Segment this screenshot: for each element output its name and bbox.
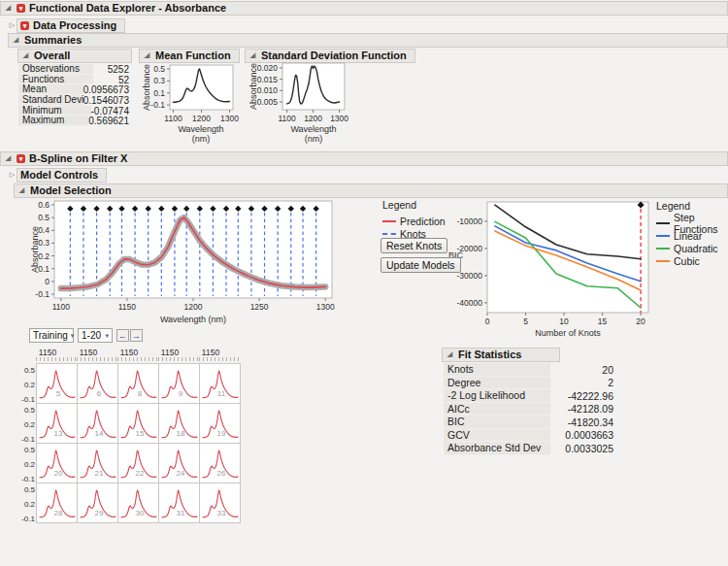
grid-row-tick-label: -0.1: [21, 395, 35, 404]
fit-stat-row: BIC-41820.34: [444, 416, 616, 429]
red-triangle-menu-icon[interactable]: ▾: [17, 154, 25, 163]
function-cell-8[interactable]: 8: [117, 363, 159, 404]
legend-swatch: [656, 222, 670, 224]
overall-stat-label: Maximum: [18, 116, 88, 126]
function-id-label: 31: [177, 509, 185, 517]
function-cell-15[interactable]: 15: [117, 403, 159, 444]
function-cell-31[interactable]: 31: [158, 483, 200, 523]
section-title: Summaries: [24, 34, 82, 46]
overall-stat-label: Minimum: [18, 106, 91, 117]
function-cell-33[interactable]: 33: [199, 483, 241, 523]
function-cell-19[interactable]: 19: [199, 403, 241, 444]
chevron-down-icon: ▾: [71, 332, 75, 340]
grid-row-tick-label: 0.2: [21, 381, 35, 389]
previous-page-button[interactable]: ←: [116, 329, 129, 342]
outline-header-bspline[interactable]: ◢ ▾ B-Spline on Filter X: [0, 151, 728, 166]
function-cell-5[interactable]: 5: [36, 363, 78, 404]
function-cell-14[interactable]: 14: [77, 403, 118, 444]
fit-stat-value: -42222.96: [550, 390, 616, 402]
next-page-button[interactable]: →: [130, 329, 143, 342]
red-triangle-menu-icon[interactable]: ▾: [17, 4, 25, 13]
outline-header-summaries[interactable]: ◢ Summaries: [8, 33, 728, 48]
disclosure-expanded-icon[interactable]: ◢: [143, 51, 151, 59]
outline-header-overall[interactable]: ◢ Overall: [17, 49, 132, 63]
x-tick-label: 10: [559, 316, 569, 326]
overall-stat-value: 0.0956673: [83, 84, 132, 95]
legend-item-step-functions: Step Functions: [656, 216, 728, 229]
x-axis-label: Wavelength: [178, 124, 223, 134]
arrow-right-icon: →: [132, 331, 141, 341]
function-cell-20[interactable]: 20: [36, 443, 78, 483]
y-tick-label: -0.1: [35, 289, 50, 299]
function-id-label: 15: [136, 429, 145, 438]
legend-label: Cubic: [674, 255, 700, 267]
function-id-label: 14: [95, 429, 104, 438]
function-id-label: 11: [217, 389, 226, 398]
function-id-label: 6: [97, 389, 102, 398]
function-id-label: 24: [177, 469, 185, 478]
function-cell-13[interactable]: 13: [36, 403, 78, 444]
function-id-label: 28: [54, 509, 63, 517]
disclosure-expanded-icon[interactable]: ◢: [446, 350, 454, 358]
grid-ruler-ticks: [158, 357, 199, 361]
legend-item-quadratic: Quadratic: [656, 242, 728, 254]
function-cell-6[interactable]: 6: [77, 363, 118, 404]
disclosure-expanded-icon[interactable]: ◢: [4, 4, 13, 12]
update-models-button[interactable]: Update Models: [381, 257, 461, 273]
overall-stat-label: Mean: [18, 84, 83, 95]
function-cell-9[interactable]: 9: [158, 363, 200, 404]
grid-column-tick-label: 1150: [36, 348, 59, 357]
outline-header-fit-statistics[interactable]: ◢ Fit Statistics: [442, 348, 560, 362]
y-tick-label: 0.020: [257, 63, 279, 73]
disclosure-expanded-icon[interactable]: ◢: [21, 51, 30, 59]
bic-plot-legend: Legend Step FunctionsLinearQuadraticCubi…: [656, 200, 728, 267]
grid-row-tick-label: 0.5: [21, 446, 35, 454]
function-cell-18[interactable]: 18: [158, 403, 200, 444]
function-cell-21[interactable]: 21: [77, 443, 118, 483]
x-tick-label: 1300: [220, 114, 239, 123]
arrow-left-icon: ←: [118, 331, 127, 341]
function-id-label: 5: [56, 389, 61, 398]
grid-ruler-ticks: [117, 357, 158, 361]
fit-stat-row: AICc-42128.09: [444, 403, 616, 416]
x-tick-label: 0: [485, 316, 490, 326]
function-cell-11[interactable]: 11: [199, 363, 241, 404]
function-range-select[interactable]: 1-20 ▾: [78, 328, 113, 343]
red-triangle-menu-icon[interactable]: ▾: [20, 21, 29, 30]
function-cell-26[interactable]: 26: [199, 443, 241, 483]
outline-header-data-processing[interactable]: ▾ Data Processing: [17, 18, 125, 33]
x-tick-label: 1150: [118, 302, 137, 312]
function-cell-29[interactable]: 29: [77, 483, 118, 523]
section-title: Model Controls: [20, 169, 98, 181]
disclosure-collapsed-icon[interactable]: ▷: [8, 171, 17, 179]
grid-row-tick-label: 0.5: [21, 366, 35, 375]
outline-header-model-controls[interactable]: Model Controls: [17, 168, 107, 183]
disclosure-expanded-icon[interactable]: ◢: [17, 186, 26, 194]
fit-stat-row: Absorbance Std Dev0.0033025: [444, 442, 616, 455]
x-tick-label: 1250: [250, 302, 269, 312]
x-axis-label: Wavelength (nm): [160, 315, 226, 324]
reset-knots-button[interactable]: Reset Knots: [381, 238, 447, 253]
y-tick-label: 0.5: [38, 213, 50, 222]
x-tick-label: 1200: [304, 114, 322, 123]
training-validation-select[interactable]: Training ▾: [29, 328, 74, 343]
mean-function-plot: 1100120013000.50.30.1-0.1AbsorbanceWavel…: [142, 60, 243, 144]
fit-stat-value: 2: [550, 377, 616, 388]
function-cell-24[interactable]: 24: [158, 443, 200, 483]
model-selection-plot[interactable]: 110011501200125013000.60.50.40.30.20.10-…: [31, 195, 340, 337]
function-cell-22[interactable]: 22: [117, 443, 159, 483]
function-cell-28[interactable]: 28: [36, 483, 78, 523]
disclosure-expanded-icon[interactable]: ◢: [248, 51, 257, 59]
legend-label: Prediction: [400, 216, 446, 227]
disclosure-expanded-icon[interactable]: ◢: [4, 154, 13, 162]
grid-column-axis: 1150: [36, 348, 77, 361]
legend-swatch: [382, 233, 396, 235]
outline-header-fde[interactable]: ◢ ▾ Functional Data Explorer - Absorbanc…: [0, 1, 728, 16]
section-title: Overall: [34, 50, 70, 61]
disclosure-expanded-icon[interactable]: ◢: [12, 36, 20, 44]
fit-stat-label: Knots: [444, 363, 550, 377]
disclosure-collapsed-icon[interactable]: ▷: [8, 21, 17, 29]
function-cell-30[interactable]: 30: [117, 483, 159, 523]
y-tick-label: 0.005: [257, 97, 279, 107]
fit-stat-row: Knots20: [444, 363, 616, 377]
